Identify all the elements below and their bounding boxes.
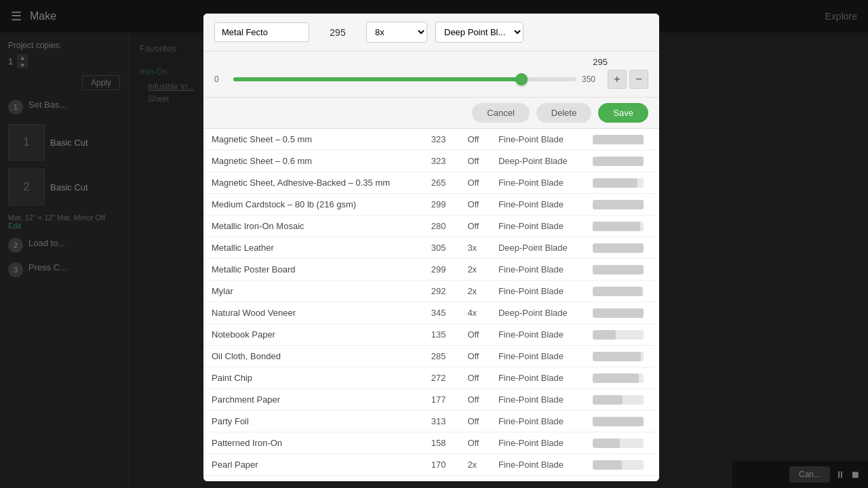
row-name: Magnetic Sheet – 0.6 mm xyxy=(203,150,419,172)
row-name: Photo Paper xyxy=(203,476,419,482)
row-pressure: 135 xyxy=(419,324,459,346)
row-multi: Off xyxy=(459,324,490,346)
row-multi: 4x xyxy=(459,302,490,324)
row-bar xyxy=(585,259,659,281)
row-bar xyxy=(585,194,659,216)
slider-track-container xyxy=(233,73,576,86)
row-blade: Deep-Point Blade xyxy=(490,237,585,259)
table-row[interactable]: Pearl Paper 170 2x Fine-Point Blade xyxy=(203,454,659,476)
row-name: Paint Chip xyxy=(203,367,419,389)
row-name: Metallic Poster Board xyxy=(203,259,419,281)
row-blade: Fine-Point Blade xyxy=(490,367,585,389)
row-pressure: 299 xyxy=(419,259,459,281)
save-button[interactable]: Save xyxy=(598,103,648,123)
table-row[interactable]: Parchment Paper 177 Off Fine-Point Blade xyxy=(203,389,659,411)
multiplier-select[interactable]: Off 1x 2x 3x 4x 8x xyxy=(366,22,427,43)
row-multi: Off xyxy=(459,389,490,411)
slider-thumb[interactable] xyxy=(515,73,528,85)
slider-min-label: 0 xyxy=(214,75,228,84)
slider-fill xyxy=(233,77,521,81)
table-row[interactable]: Metallic Leather 305 3x Deep-Point Blade xyxy=(203,237,659,259)
row-blade: Fine-Point Blade xyxy=(490,346,585,367)
table-row[interactable]: Paint Chip 272 Off Fine-Point Blade xyxy=(203,367,659,389)
table-row[interactable]: Metallic Iron-On Mosaic 280 Off Fine-Poi… xyxy=(203,216,659,237)
row-name: Notebook Paper xyxy=(203,324,419,346)
row-bar xyxy=(585,432,659,454)
slider-row: 0 350 + − xyxy=(214,70,648,89)
row-multi: 2x xyxy=(459,281,490,302)
row-blade: Fine-Point Blade xyxy=(490,194,585,216)
row-blade: Fine-Point Blade xyxy=(490,454,585,476)
delete-button[interactable]: Delete xyxy=(536,103,592,123)
row-name: Mylar xyxy=(203,281,419,302)
materials-table-container: Magnetic Sheet – 0.5 mm 323 Off Fine-Poi… xyxy=(203,129,659,481)
row-pressure: 285 xyxy=(419,346,459,367)
row-name: Metallic Iron-On Mosaic xyxy=(203,216,419,237)
row-pressure: 280 xyxy=(419,216,459,237)
table-row[interactable]: Oil Cloth, Bonded 285 Off Fine-Point Bla… xyxy=(203,346,659,367)
table-row[interactable]: Photo Paper 287 Off Fine-Point Blade xyxy=(203,476,659,482)
pressure-number: 295 xyxy=(317,27,358,38)
row-pressure: 292 xyxy=(419,281,459,302)
row-multi: 3x xyxy=(459,237,490,259)
materials-table: Magnetic Sheet – 0.5 mm 323 Off Fine-Poi… xyxy=(203,129,659,481)
row-multi: Off xyxy=(459,172,490,194)
table-row[interactable]: Medium Cardstock – 80 lb (216 gsm) 299 O… xyxy=(203,194,659,216)
row-blade: Fine-Point Blade xyxy=(490,432,585,454)
slider-max-label: 350 xyxy=(582,75,602,84)
row-pressure: 170 xyxy=(419,454,459,476)
action-row: Cancel Delete Save xyxy=(203,98,659,129)
row-bar xyxy=(585,281,659,302)
slider-plus-button[interactable]: + xyxy=(608,70,627,89)
row-pressure: 345 xyxy=(419,302,459,324)
row-multi: Off xyxy=(459,194,490,216)
material-name-input[interactable] xyxy=(214,22,309,42)
row-pressure: 299 xyxy=(419,194,459,216)
table-row[interactable]: Magnetic Sheet – 0.6 mm 323 Off Deep-Poi… xyxy=(203,150,659,172)
slider-area: 295 0 350 + − xyxy=(203,52,659,98)
row-blade: Fine-Point Blade xyxy=(490,172,585,194)
table-row[interactable]: Magnetic Sheet, Adhesive-Backed – 0.35 m… xyxy=(203,172,659,194)
row-pressure: 158 xyxy=(419,432,459,454)
row-multi: Off xyxy=(459,476,490,482)
row-name: Magnetic Sheet, Adhesive-Backed – 0.35 m… xyxy=(203,172,419,194)
row-blade: Fine-Point Blade xyxy=(490,129,585,150)
row-multi: Off xyxy=(459,150,490,172)
table-row[interactable]: Patterned Iron-On 158 Off Fine-Point Bla… xyxy=(203,432,659,454)
table-row[interactable]: Mylar 292 2x Fine-Point Blade xyxy=(203,281,659,302)
row-bar xyxy=(585,324,659,346)
row-name: Medium Cardstock – 80 lb (216 gsm) xyxy=(203,194,419,216)
row-blade: Fine-Point Blade xyxy=(490,411,585,432)
edit-row: 295 Off 1x 2x 3x 4x 8x Fine-Point Blade … xyxy=(203,14,659,52)
row-bar xyxy=(585,454,659,476)
blade-select[interactable]: Fine-Point Blade Deep Point Bl... Bonded… xyxy=(435,22,524,43)
row-multi: Off xyxy=(459,367,490,389)
slider-track[interactable] xyxy=(233,77,576,81)
row-name: Parchment Paper xyxy=(203,389,419,411)
row-name: Natural Wood Veneer xyxy=(203,302,419,324)
table-row[interactable]: Notebook Paper 135 Off Fine-Point Blade xyxy=(203,324,659,346)
table-row[interactable]: Metallic Poster Board 299 2x Fine-Point … xyxy=(203,259,659,281)
row-blade: Deep-Point Blade xyxy=(490,150,585,172)
row-blade: Fine-Point Blade xyxy=(490,281,585,302)
cancel-button[interactable]: Cancel xyxy=(472,103,529,123)
table-row[interactable]: Natural Wood Veneer 345 4x Deep-Point Bl… xyxy=(203,302,659,324)
row-multi: 2x xyxy=(459,454,490,476)
row-name: Oil Cloth, Bonded xyxy=(203,346,419,367)
row-name: Metallic Leather xyxy=(203,237,419,259)
row-bar xyxy=(585,367,659,389)
row-bar xyxy=(585,216,659,237)
table-row[interactable]: Magnetic Sheet – 0.5 mm 323 Off Fine-Poi… xyxy=(203,129,659,150)
row-multi: 2x xyxy=(459,259,490,281)
row-multi: Off xyxy=(459,216,490,237)
row-name: Party Foil xyxy=(203,411,419,432)
row-blade: Deep-Point Blade xyxy=(490,302,585,324)
row-bar xyxy=(585,129,659,150)
table-row[interactable]: Party Foil 313 Off Fine-Point Blade xyxy=(203,411,659,432)
row-blade: Fine-Point Blade xyxy=(490,259,585,281)
slider-minus-button[interactable]: − xyxy=(629,70,648,89)
row-blade: Fine-Point Blade xyxy=(490,324,585,346)
slider-value-label: 295 xyxy=(214,57,648,67)
row-name: Magnetic Sheet – 0.5 mm xyxy=(203,129,419,150)
row-bar xyxy=(585,172,659,194)
